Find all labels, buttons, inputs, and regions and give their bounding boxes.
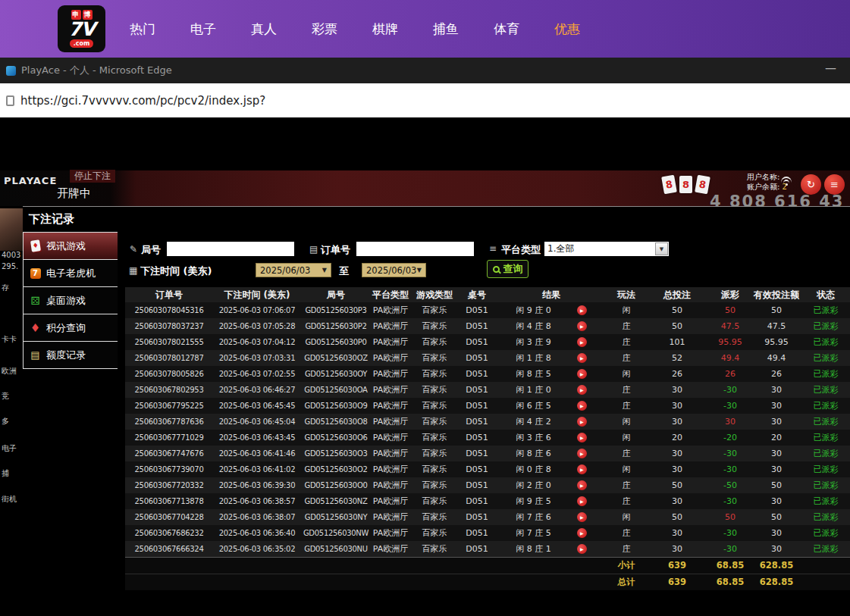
play-video-button[interactable]: ▶ (577, 321, 587, 331)
cell-order: 250603067720332 (125, 477, 213, 493)
nav-board-games[interactable]: 棋牌 (355, 20, 416, 38)
play-video-button[interactable]: ▶ (577, 417, 587, 427)
round-number-icon: ✎ (130, 244, 137, 255)
cell-round: GD051256030O6 (301, 430, 371, 446)
cell-table-no: D051 (459, 493, 495, 509)
play-video-button[interactable]: ▶ (577, 385, 587, 395)
table-row[interactable]: 250603067704228 2025-06-03 06:38:07 GD05… (125, 509, 850, 525)
sidebar-item-slot-machines[interactable]: 7 电子老虎机 (24, 260, 118, 287)
table-row[interactable]: 250603067802953 2025-06-03 06:46:27 GD05… (125, 382, 850, 398)
bet-records-table: 订单号 下注时间 (美东) 局号 平台类型 游戏类型 桌号 结果 玩法 总投注 … (125, 287, 850, 590)
sidebar-item-video-games[interactable]: ♦ 视讯游戏 (24, 233, 118, 260)
table-header-row: 订单号 下注时间 (美东) 局号 平台类型 游戏类型 桌号 结果 玩法 总投注 … (125, 287, 850, 302)
table-row[interactable]: 250603078037237 2025-06-03 07:05:28 GD05… (125, 318, 850, 334)
cell-payout: -30 (709, 493, 751, 509)
cell-platform: PA欧洲厅 (371, 366, 410, 382)
sidebar-item-label: 积分查询 (46, 321, 86, 335)
cell-payout: -30 (709, 382, 751, 398)
result-text: 闲 9 庄 0 (516, 302, 551, 318)
cell-time: 2025-06-03 06:38:07 (213, 509, 301, 525)
refresh-icon[interactable]: ↻ (801, 174, 821, 195)
play-video-button[interactable]: ▶ (577, 369, 587, 379)
cell-play: 闲 (607, 461, 645, 477)
cell-play: 闲 (607, 509, 645, 525)
nav-slots[interactable]: 电子 (173, 20, 234, 38)
date-from-picker[interactable]: 2025/06/03 ▼ (256, 263, 331, 277)
nav-fishing[interactable]: 捕鱼 (416, 20, 476, 38)
cell-game-type: 百家乐 (410, 493, 459, 509)
play-video-button[interactable]: ▶ (577, 305, 587, 315)
cell-game-type: 百家乐 (410, 398, 459, 414)
table-row[interactable]: 250603067771029 2025-06-03 06:43:45 GD05… (125, 430, 850, 446)
nav-lottery[interactable]: 彩票 (294, 20, 355, 38)
site-logo[interactable]: 申 博 7V .com (58, 5, 105, 52)
panel-title: 下注记录 (29, 212, 74, 227)
minimize-button[interactable]: — (825, 61, 836, 75)
play-video-button[interactable]: ▶ (577, 528, 587, 538)
result-text: 闲 7 庄 5 (516, 525, 551, 541)
cell-table-no: D051 (459, 302, 495, 318)
nav-hot[interactable]: 热门 (112, 20, 173, 38)
menu-icon[interactable]: ≡ (824, 174, 845, 195)
playing-card: 8 (695, 175, 710, 195)
play-video-button[interactable]: ▶ (577, 480, 587, 490)
subtotal-label: 小计 (607, 558, 645, 574)
col-table-no: 桌号 (459, 287, 495, 302)
table-row[interactable]: 250603078045316 2025-06-03 07:06:07 GD05… (125, 302, 850, 318)
table-row[interactable]: 250603067720332 2025-06-03 06:39:30 GD05… (125, 477, 850, 493)
search-button[interactable]: 查询 (487, 260, 529, 278)
background-banner: PLAYACE 停止下注 开牌中 8 8 8 用户名称: 账户余额: 2 ↻ ≡… (0, 170, 850, 206)
table-row[interactable]: 250603078005826 2025-06-03 07:02:55 GD05… (125, 366, 850, 382)
cell-valid-bet: 30 (751, 525, 801, 541)
sidebar-item-quota-records[interactable]: ▤ 额度记录 (24, 342, 118, 369)
table-row[interactable]: 250603067713878 2025-06-03 06:38:57 GD05… (125, 493, 850, 509)
nav-promotions[interactable]: 优惠 (537, 20, 598, 38)
play-video-button[interactable]: ▶ (577, 496, 587, 506)
cell-total-bet: 30 (645, 525, 709, 541)
table-row[interactable]: 250603067686232 2025-06-03 06:36:40 GD05… (125, 525, 850, 541)
table-row[interactable]: 250603078021555 2025-06-03 07:04:12 GD05… (125, 334, 850, 350)
order-number-input[interactable] (356, 242, 474, 256)
cell-game-type: 百家乐 (410, 350, 459, 366)
table-row[interactable]: 250603067666324 2025-06-03 06:35:02 GD05… (125, 541, 850, 558)
table-row[interactable]: 250603067787636 2025-06-03 06:45:04 GD05… (125, 414, 850, 430)
table-row[interactable]: 250603067795225 2025-06-03 06:45:45 GD05… (125, 398, 850, 414)
nav-sports[interactable]: 体育 (476, 20, 537, 38)
cell-valid-bet: 47.5 (751, 318, 801, 334)
play-video-button[interactable]: ▶ (577, 464, 587, 474)
cell-order: 250603067747676 (125, 446, 213, 461)
chevron-down-icon[interactable]: ▼ (655, 242, 668, 255)
sidebar-item-table-games[interactable]: ⚄ 桌面游戏 (24, 287, 118, 314)
table-row[interactable]: 250603067747676 2025-06-03 06:41:46 GD05… (125, 446, 850, 461)
nav-live[interactable]: 真人 (234, 20, 294, 38)
cell-status: 已派彩 (801, 398, 850, 414)
cell-total-bet: 26 (645, 366, 709, 382)
play-video-button[interactable]: ▶ (577, 544, 587, 554)
document-icon: ▤ (29, 349, 42, 361)
platform-type-select[interactable]: 1.全部 ▼ (544, 242, 669, 256)
play-video-button[interactable]: ▶ (577, 401, 587, 411)
cell-order: 250603078005826 (125, 366, 213, 382)
cell-platform: PA欧洲厅 (371, 414, 410, 430)
table-row[interactable]: 250603067739070 2025-06-03 06:41:02 GD05… (125, 461, 850, 477)
play-video-button[interactable]: ▶ (577, 433, 587, 442)
round-number-input[interactable] (167, 242, 294, 256)
col-status: 状态 (801, 287, 850, 302)
play-video-button[interactable]: ▶ (577, 353, 587, 363)
cell-status: 已派彩 (801, 477, 850, 493)
address-bar[interactable]: https://gci.7vvvvvv.com/pc/pcv2/index.js… (0, 83, 850, 117)
cell-play: 庄 (607, 318, 645, 334)
date-to-picker[interactable]: 2025/06/03 ▼ (362, 263, 426, 277)
sidebar-item-points-query[interactable]: ♦ 积分查询 (24, 314, 118, 342)
play-video-button[interactable]: ▶ (577, 449, 587, 458)
play-video-button[interactable]: ▶ (577, 337, 587, 347)
screen: 申 博 7V .com 热门 电子 真人 彩票 棋牌 捕鱼 体育 优惠 Play… (0, 0, 850, 616)
play-video-button[interactable]: ▶ (577, 512, 587, 522)
cell-play: 庄 (607, 350, 645, 366)
cell-result: 闲 8 庄 1 ▶ (495, 541, 607, 558)
table-row[interactable]: 250603078012787 2025-06-03 07:03:31 GD05… (125, 350, 850, 366)
cell-time: 2025-06-03 07:06:07 (213, 302, 301, 318)
cell-time: 2025-06-03 06:35:02 (213, 541, 301, 558)
result-text: 闲 3 庄 6 (516, 430, 551, 446)
chevron-down-icon: ▼ (417, 267, 422, 274)
